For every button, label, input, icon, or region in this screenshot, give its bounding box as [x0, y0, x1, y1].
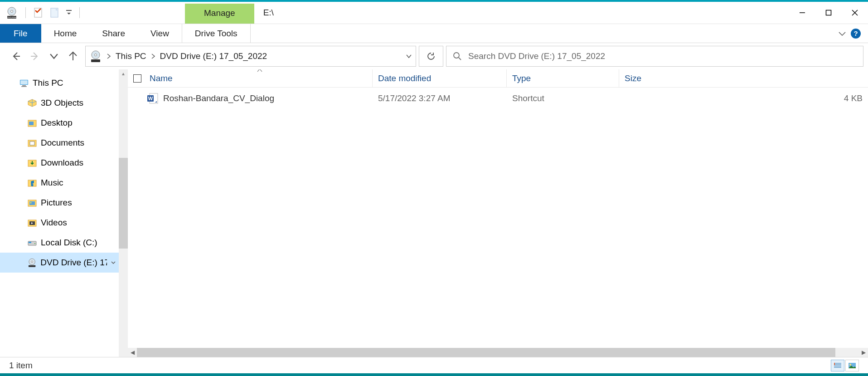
column-date[interactable]: Date modified: [373, 69, 507, 87]
file-name: Roshan-Bandara_CV_Dialog: [163, 93, 274, 103]
ribbon-right-controls: ?: [838, 24, 861, 43]
minimize-button[interactable]: [789, 2, 815, 24]
svg-rect-16: [91, 59, 100, 62]
svg-rect-35: [29, 242, 31, 243]
sidebar-item-label: Downloads: [41, 158, 83, 168]
qat-dropdown-icon[interactable]: [66, 10, 72, 16]
details-view-button[interactable]: [831, 360, 844, 371]
svg-rect-20: [20, 80, 28, 84]
sidebar-container: This PC 3D Objects Desktop Documents Dow…: [0, 69, 128, 357]
svg-rect-39: [29, 265, 35, 267]
breadcrumb-current[interactable]: DVD Drive (E:) 17_05_2022: [160, 51, 267, 61]
svg-point-50: [849, 364, 851, 366]
file-size: 4 KB: [619, 93, 868, 103]
search-icon: [453, 52, 462, 61]
svg-point-15: [95, 54, 97, 56]
scroll-up-icon[interactable]: ▲: [119, 71, 128, 76]
file-type: Shortcut: [507, 93, 619, 103]
sidebar-item-pictures[interactable]: Pictures: [0, 193, 119, 213]
status-bar: 1 item: [0, 357, 868, 373]
quick-access-toolbar: DVD-ROM: [0, 6, 82, 19]
address-dropdown-icon[interactable]: [406, 53, 412, 59]
sidebar-item-dvd-drive[interactable]: DVD Drive (E:) 17: [0, 253, 119, 273]
properties-icon[interactable]: [33, 7, 44, 18]
maximize-button[interactable]: [815, 2, 842, 24]
scrollbar-thumb[interactable]: [119, 158, 128, 249]
expand-ribbon-icon[interactable]: [838, 29, 846, 38]
scroll-right-icon[interactable]: ▶: [859, 349, 868, 356]
ribbon-tabs: File Home Share View Drive Tools ?: [0, 24, 868, 43]
refresh-button[interactable]: [419, 46, 443, 67]
sidebar-scrollbar[interactable]: ▲: [119, 69, 128, 357]
scrollbar-thumb[interactable]: [137, 348, 835, 357]
svg-point-36: [34, 243, 35, 244]
sidebar-item-documents[interactable]: Documents: [0, 133, 119, 153]
window-border: [0, 373, 868, 376]
item-count: 1 item: [9, 361, 33, 371]
window-title: E:\: [263, 8, 274, 18]
tab-view[interactable]: View: [138, 24, 182, 43]
sidebar-item-desktop[interactable]: Desktop: [0, 113, 119, 133]
tab-home[interactable]: Home: [41, 24, 90, 43]
sidebar-item-label: Videos: [41, 218, 67, 228]
file-row[interactable]: W Roshan-Bandara_CV_Dialog 5/17/2022 3:2…: [128, 88, 868, 109]
column-size[interactable]: Size: [619, 69, 868, 87]
manage-tab[interactable]: Manage: [185, 4, 254, 24]
sidebar-item-label: Desktop: [41, 118, 73, 128]
svg-point-17: [454, 53, 459, 58]
sidebar-item-label: Pictures: [41, 198, 72, 208]
column-name[interactable]: Name: [147, 69, 373, 87]
svg-rect-6: [66, 10, 72, 11]
sidebar-item-label: Documents: [41, 138, 84, 148]
navigation-pane[interactable]: This PC 3D Objects Desktop Documents Dow…: [0, 69, 119, 357]
sidebar-item-label: This PC: [33, 78, 63, 88]
forward-button[interactable]: [30, 51, 40, 61]
svg-rect-26: [30, 142, 34, 145]
new-folder-icon[interactable]: [49, 7, 60, 18]
separator: [79, 7, 80, 18]
svg-point-31: [30, 202, 32, 204]
sidebar-item-3d-objects[interactable]: 3D Objects: [0, 93, 119, 113]
chevron-down-icon[interactable]: [111, 260, 116, 265]
horizontal-scrollbar[interactable]: ◀ ▶: [128, 348, 868, 357]
sidebar-item-label: DVD Drive (E:) 17: [40, 258, 107, 268]
search-input[interactable]: [468, 51, 857, 61]
tab-drive-tools[interactable]: Drive Tools: [182, 24, 251, 43]
sidebar-item-label: 3D Objects: [41, 98, 83, 108]
sidebar-item-videos[interactable]: Videos: [0, 213, 119, 233]
svg-rect-48: [834, 364, 835, 365]
svg-rect-22: [21, 86, 27, 87]
file-rows: W Roshan-Bandara_CV_Dialog 5/17/2022 3:2…: [128, 88, 868, 348]
sidebar-item-downloads[interactable]: Downloads: [0, 153, 119, 173]
help-icon[interactable]: ?: [851, 29, 861, 39]
scroll-left-icon[interactable]: ◀: [128, 349, 137, 356]
breadcrumb-sep-icon[interactable]: [107, 53, 111, 59]
search-box[interactable]: [446, 46, 863, 67]
select-all-checkbox[interactable]: [128, 74, 147, 83]
column-type[interactable]: Type: [507, 69, 619, 87]
sidebar-item-label: Local Disk (C:): [41, 238, 97, 248]
svg-rect-30: [29, 201, 35, 205]
breadcrumb-sep-icon[interactable]: [151, 53, 155, 59]
tab-file[interactable]: File: [0, 24, 41, 43]
sidebar-item-this-pc[interactable]: This PC: [0, 73, 119, 93]
address-bar[interactable]: This PC DVD Drive (E:) 17_05_2022: [85, 46, 416, 67]
breadcrumb-root[interactable]: This PC: [116, 51, 146, 61]
location-icon: [89, 50, 102, 63]
tab-share[interactable]: Share: [89, 24, 138, 43]
contextual-tab-group: Manage: [185, 2, 254, 24]
back-button[interactable]: [11, 51, 21, 61]
column-headers: Name Date modified Type Size: [128, 69, 868, 88]
file-list-pane: Name Date modified Type Size W Roshan-Ba…: [128, 69, 868, 357]
recent-locations-icon[interactable]: [49, 51, 59, 61]
file-date: 5/17/2022 3:27 AM: [373, 93, 507, 103]
main-area: This PC 3D Objects Desktop Documents Dow…: [0, 69, 868, 357]
svg-rect-8: [826, 10, 831, 15]
thumbnails-view-button[interactable]: [845, 360, 859, 371]
close-button[interactable]: [842, 2, 868, 24]
up-button[interactable]: [68, 51, 78, 61]
sidebar-item-music[interactable]: Music: [0, 173, 119, 193]
separator: [25, 7, 26, 18]
sidebar-item-local-disk[interactable]: Local Disk (C:): [0, 233, 119, 253]
svg-point-38: [31, 261, 33, 263]
